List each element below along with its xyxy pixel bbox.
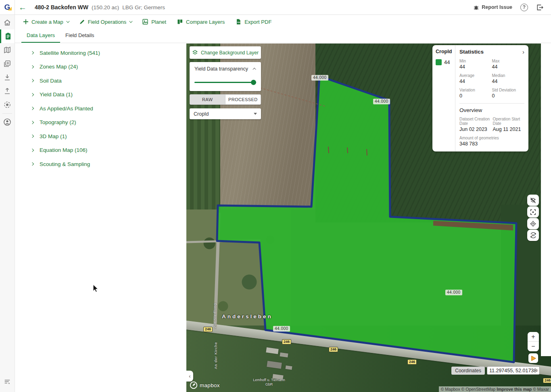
hide-layers-button[interactable] xyxy=(527,195,539,206)
add-map-icon xyxy=(3,60,11,68)
layer-item-satellite-monitoring[interactable]: Satellite Monitoring (541) xyxy=(15,46,186,60)
rail-home[interactable] xyxy=(0,16,15,29)
layer-item-as-applied[interactable]: As Applied/As Planted xyxy=(15,102,186,116)
farm-label: Lemhoff u. Tiemann GbR xyxy=(253,378,286,387)
layer-item-label: Zones Map (24) xyxy=(40,64,78,70)
layer-item-topography[interactable]: Topography (2) xyxy=(15,116,186,130)
chevron-down-icon xyxy=(66,19,69,23)
back-button[interactable]: ← xyxy=(19,3,27,11)
layer-item-yield-data[interactable]: Yield Data (1) xyxy=(15,88,186,102)
change-background-label: Change Background Layer xyxy=(201,50,259,56)
mouse-cursor xyxy=(93,284,98,292)
transparency-label: Yield Data transparency xyxy=(194,66,248,72)
rail-data-layers[interactable] xyxy=(0,29,15,43)
export-pdf-label: Export PDF xyxy=(244,19,271,25)
tab-bar: Data Layers Field Details xyxy=(15,29,551,43)
slider-thumb[interactable] xyxy=(251,80,256,85)
planet-button[interactable]: Planet xyxy=(142,19,166,25)
create-map-button[interactable]: Create a Map xyxy=(23,19,69,25)
chevron-right-icon xyxy=(31,107,34,110)
compare-layers-button[interactable]: Compare Layers xyxy=(177,19,225,25)
rail-download[interactable] xyxy=(0,71,15,84)
chevron-up-icon[interactable] xyxy=(253,68,256,71)
zoom-out-button[interactable]: − xyxy=(528,342,539,351)
stat-max: Max44 xyxy=(492,59,525,70)
mapbox-logo[interactable]: mapbox xyxy=(190,381,220,389)
stat-variation: Variation0 xyxy=(459,88,492,99)
list-menu-icon xyxy=(4,378,11,386)
tab-field-details[interactable]: Field Details xyxy=(60,29,100,43)
overview-header: Overview xyxy=(459,107,524,113)
3d-rotate-icon: 3D xyxy=(530,232,537,239)
expand-panel-button[interactable]: › xyxy=(522,49,524,55)
coordinates-input[interactable] xyxy=(487,366,540,375)
raw-tab[interactable]: RAW xyxy=(190,95,225,104)
chevron-right-icon xyxy=(31,135,34,138)
create-map-label: Create a Map xyxy=(31,19,63,25)
layer-item-soil-data[interactable]: Soil Data xyxy=(15,74,186,88)
legend-header: CropId xyxy=(436,49,452,54)
center-field-button[interactable] xyxy=(527,206,539,218)
layer-item-label: Equation Map (106) xyxy=(40,147,88,153)
slider-track xyxy=(194,82,256,83)
layer-attribute-select[interactable]: CropId xyxy=(190,108,261,119)
chevron-right-icon xyxy=(31,149,34,152)
rail-upload[interactable] xyxy=(0,84,15,98)
transparency-slider[interactable] xyxy=(194,80,256,85)
report-issue-label: Report Issue xyxy=(482,4,512,10)
svg-text:PDF: PDF xyxy=(237,21,241,23)
export-pdf-button[interactable]: PDF Export PDF xyxy=(235,19,271,25)
report-issue-button[interactable]: Report Issue xyxy=(473,4,512,10)
rail-account[interactable] xyxy=(0,115,15,129)
chevron-right-icon xyxy=(31,121,34,124)
attribution-text: © Mapbox © OpenStreetMap xyxy=(441,387,497,392)
layer-attribute-value: CropId xyxy=(194,111,209,117)
map-canvas[interactable]: 44.000 44.000 44.000 44.000 246 246 246 … xyxy=(186,44,551,392)
rail-add-map[interactable] xyxy=(0,57,15,71)
field-operations-button[interactable]: Field Operations xyxy=(79,19,131,25)
signout-button[interactable] xyxy=(536,4,544,11)
processed-tab[interactable]: PROCESSED xyxy=(225,95,261,104)
partner-logo-icon xyxy=(530,355,536,361)
stat-std-deviation: Std Deviation0 xyxy=(492,88,525,99)
mapbox-icon xyxy=(190,381,198,389)
tab-data-layers[interactable]: Data Layers xyxy=(21,29,60,43)
map-tools: 3D xyxy=(527,195,539,241)
overview-operation-start: Operation Start DateAug 11 2021 xyxy=(493,117,524,132)
layer-item-zones-map[interactable]: Zones Map (24) xyxy=(15,60,186,74)
map-attribution: © Mapbox © OpenStreetMap Improve this ma… xyxy=(439,386,551,392)
road-badge: 246 xyxy=(407,359,417,365)
locate-button[interactable] xyxy=(527,218,539,229)
upload-icon xyxy=(3,87,11,95)
help-button[interactable]: ? xyxy=(520,4,528,11)
yield-value-label: 44.000 xyxy=(445,290,462,295)
statistics-panel: CropId 44 Statistics › Min44 Max44 Avera… xyxy=(432,45,528,151)
zoom-control: + − xyxy=(528,332,539,351)
panel-divider xyxy=(459,103,524,104)
partner-logo-button[interactable] xyxy=(528,353,538,363)
layer-item-equation-map[interactable]: Equation Map (106) xyxy=(15,143,186,158)
rail-release-notes[interactable] xyxy=(0,375,15,389)
layers-off-icon xyxy=(530,197,536,204)
layer-item-scouting-sampling[interactable]: Scouting & Sampling xyxy=(15,157,186,171)
plus-icon xyxy=(23,19,29,25)
road-badge: 246 xyxy=(282,339,291,344)
pencil-icon xyxy=(79,19,85,25)
transparency-card: Yield Data transparency xyxy=(190,62,261,91)
improve-map-link[interactable]: Improve this map xyxy=(497,387,532,392)
rail-divider xyxy=(2,113,12,114)
field-owner: LBG Gr; Germers xyxy=(122,4,165,10)
change-background-layer-button[interactable]: Change Background Layer xyxy=(190,46,261,59)
3d-view-button[interactable]: 3D xyxy=(527,230,539,241)
rail-maps[interactable] xyxy=(0,43,15,57)
zoom-in-button[interactable]: + xyxy=(528,332,539,342)
app-logo[interactable]: G xyxy=(0,0,15,15)
raw-processed-toggle: RAW PROCESSED xyxy=(190,94,261,105)
rail-sync-settings[interactable] xyxy=(0,98,15,112)
collapse-sidebar-button[interactable]: ‹ xyxy=(186,371,193,382)
town-label: Andersleben xyxy=(222,313,273,319)
road-badge: 246 xyxy=(203,327,213,332)
layer-item-3d-map[interactable]: 3D Map (1) xyxy=(15,129,186,143)
compare-layers-icon xyxy=(177,19,183,25)
question-icon: ? xyxy=(523,4,526,10)
